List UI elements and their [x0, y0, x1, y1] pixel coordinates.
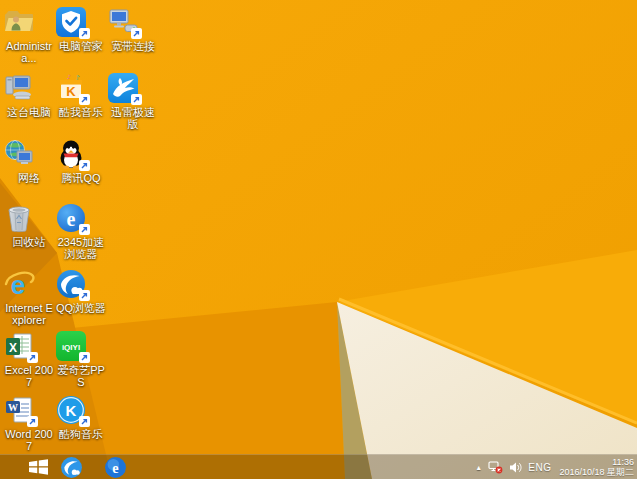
- icon-label: 2345加速浏览器: [55, 236, 107, 260]
- bird-icon: [107, 72, 159, 104]
- taskbar-qq-browser[interactable]: [54, 455, 88, 479]
- shortcut-arrow-icon: [27, 352, 38, 363]
- svg-text:W: W: [8, 402, 18, 413]
- icon-label: 宽带连接: [107, 40, 159, 52]
- qq-browser-icon: [55, 268, 107, 300]
- taskbar: e ▲ ENG 11:36 2016/10/18 星期二: [0, 454, 637, 479]
- e-globe-icon: e: [104, 456, 127, 479]
- icon-label: 酷狗音乐: [55, 428, 107, 440]
- desktop-icon-excel[interactable]: X Excel 2007: [3, 330, 55, 388]
- icon-label: Internet Explorer: [3, 302, 55, 326]
- volume-icon[interactable]: [509, 462, 522, 473]
- system-tray: ▲ ENG 11:36 2016/10/18 星期二: [475, 455, 634, 479]
- svg-text:X: X: [9, 341, 17, 355]
- word-icon: W: [3, 394, 55, 426]
- desktop-icon-network[interactable]: 网络: [3, 138, 55, 184]
- desktop-icon-administrator[interactable]: Administra...: [3, 6, 55, 64]
- network-status-icon[interactable]: [488, 461, 503, 474]
- windows-logo-icon: [29, 459, 48, 475]
- svg-text:K: K: [66, 84, 76, 99]
- kugou-icon: K: [55, 394, 107, 426]
- desktop-icon-this-pc[interactable]: 这台电脑: [3, 72, 55, 118]
- icon-label: 回收站: [3, 236, 55, 248]
- shortcut-arrow-icon: [131, 28, 142, 39]
- iqiyi-icon: iQIYI: [55, 330, 107, 362]
- shortcut-arrow-icon: [79, 290, 90, 301]
- excel-icon: X: [3, 330, 55, 362]
- svg-text:e: e: [112, 459, 118, 475]
- hidden-icons-button[interactable]: ▲: [475, 464, 482, 471]
- tray-time: 11:36: [612, 457, 634, 467]
- qq-browser-icon: [60, 456, 83, 479]
- music-box-icon: ♪ ♪ K: [55, 72, 107, 104]
- icon-label: Word 2007: [3, 428, 55, 452]
- icon-label: 电脑管家: [55, 40, 107, 52]
- icon-label: 网络: [3, 172, 55, 184]
- shortcut-arrow-icon: [79, 94, 90, 105]
- tray-date: 2016/10/18 星期二: [559, 467, 634, 477]
- user-folder-icon: [3, 6, 55, 38]
- recycle-bin-icon: [3, 202, 55, 234]
- globe-computer-icon: [3, 138, 55, 170]
- desktop-icon-thunder[interactable]: 迅雷极速版: [107, 72, 159, 130]
- desktop-icon-pc-manager[interactable]: 电脑管家: [55, 6, 107, 52]
- icon-label: 腾讯QQ: [55, 172, 107, 184]
- icon-label: 迅雷极速版: [107, 106, 159, 130]
- shortcut-arrow-icon: [27, 416, 38, 427]
- clock[interactable]: 11:36 2016/10/18 星期二: [557, 457, 634, 477]
- shortcut-arrow-icon: [79, 352, 90, 363]
- desktop-icon-internet-explorer[interactable]: e Internet Explorer: [3, 268, 55, 326]
- desktop-icon-kugou[interactable]: K 酷狗音乐: [55, 394, 107, 440]
- svg-text:♪: ♪: [67, 73, 71, 80]
- svg-text:e: e: [67, 208, 76, 230]
- shortcut-arrow-icon: [79, 224, 90, 235]
- start-button[interactable]: [22, 455, 54, 479]
- desktop-icon-2345-browser[interactable]: e 2345加速浏览器: [55, 202, 107, 260]
- desktop-icon-qq-browser[interactable]: QQ浏览器: [55, 268, 107, 314]
- icon-label: Administra...: [3, 40, 55, 64]
- icon-label: 爱奇艺PPS: [55, 364, 107, 388]
- shortcut-arrow-icon: [79, 160, 90, 171]
- shortcut-arrow-icon: [131, 94, 142, 105]
- computer-icon: [3, 72, 55, 104]
- desktop-icon-iqiyi[interactable]: iQIYI 爱奇艺PPS: [55, 330, 107, 388]
- taskbar-2345-browser[interactable]: e: [98, 455, 132, 479]
- desktop-icon-word[interactable]: W Word 2007: [3, 394, 55, 452]
- desktop-icon-kuwo-music[interactable]: ♪ ♪ K 酷我音乐: [55, 72, 107, 118]
- desktop-icon-broadband[interactable]: 宽带连接: [107, 6, 159, 52]
- ie-icon: e: [3, 268, 55, 300]
- desktop-icon-recycle-bin[interactable]: 回收站: [3, 202, 55, 248]
- shortcut-arrow-icon: [79, 416, 90, 427]
- shield-icon: [55, 6, 107, 38]
- icon-label: 酷我音乐: [55, 106, 107, 118]
- broadband-icon: [107, 6, 159, 38]
- icon-label: QQ浏览器: [55, 302, 107, 314]
- language-indicator[interactable]: ENG: [528, 462, 551, 473]
- icon-label: 这台电脑: [3, 106, 55, 118]
- svg-text:K: K: [66, 402, 77, 419]
- desktop-icon-qq[interactable]: 腾讯QQ: [55, 138, 107, 184]
- svg-text:iQIYI: iQIYI: [62, 343, 80, 352]
- penguin-icon: [55, 138, 107, 170]
- shortcut-arrow-icon: [79, 28, 90, 39]
- icon-label: Excel 2007: [3, 364, 55, 388]
- e-globe-icon: e: [55, 202, 107, 234]
